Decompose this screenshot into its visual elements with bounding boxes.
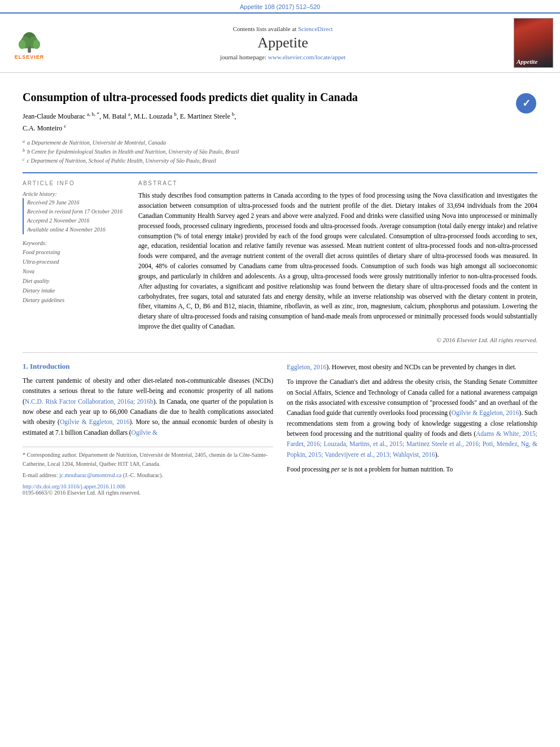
sciencedirect-line: Contents lists available at ScienceDirec… [58, 25, 508, 32]
intro-paragraph-3: To improve the Canadian's diet and addre… [287, 377, 537, 460]
ref-ogilvie-2016[interactable]: Ogilvie & Eggleton, 2016 [60, 418, 130, 425]
email-line: E-mail address: jc.moubarac@umontreal.ca… [23, 471, 273, 480]
intro-paragraph-4: Food processing per se is not a problem … [287, 464, 537, 474]
citation-text: Appetite 108 (2017) 512–520 [240, 3, 321, 10]
ref-adams[interactable]: Adams & White, 2015; Fardet, 2016; Louza… [287, 430, 537, 458]
info-abstract-section: ARTICLE INFO Article history: Received 2… [23, 180, 537, 343]
copyright-line: © 2016 Elsevier Ltd. All rights reserved… [138, 337, 537, 343]
sciencedirect-link[interactable]: ScienceDirect [298, 25, 333, 32]
elsevier-tree-icon [12, 26, 46, 54]
article-title: Consumption of ultra-processed foods pre… [23, 90, 537, 104]
ref-ogilvie-2016c[interactable]: Ogilvie & Eggleton, 2016 [452, 409, 519, 416]
crossmark-badge: ✓ [515, 92, 537, 115]
journal-cover-image: Appetite [514, 18, 553, 68]
intro-paragraph-2: Eggleton, 2016). However, most obesity a… [287, 362, 537, 372]
author-sup-b: b [174, 111, 177, 117]
crossmark-icon: ✓ [516, 93, 536, 113]
article-history: Article history: Received 29 June 2016 R… [23, 191, 127, 234]
body-left-col: 1. Introduction The current pandemic of … [23, 362, 273, 496]
body-content: 1. Introduction The current pandemic of … [23, 362, 537, 496]
citation-bar: Appetite 108 (2017) 512–520 [0, 0, 560, 12]
doi-link[interactable]: http://dx.doi.org/10.1016/j.appet.2016.1… [23, 483, 125, 490]
affiliations: a a Département de Nutrition, Université… [23, 138, 537, 165]
ref-ogilvie-2016b[interactable]: Ogilvie & [132, 429, 158, 436]
footnote-section: * Corresponding author. Département de N… [23, 447, 273, 496]
main-content: ✓ Consumption of ultra-processed foods p… [0, 73, 560, 496]
keywords-list: Food processing Ultra-processed Nova Die… [23, 247, 127, 305]
author-louzada: M.L. Louzada [134, 112, 174, 120]
abstract-panel: ABSTRACT This study describes food consu… [138, 180, 537, 343]
affiliation-c: c c Department of Nutrition, School of P… [23, 156, 537, 165]
keywords-label: Keywords: [23, 240, 127, 246]
header-divider [23, 172, 537, 173]
author-batal: M. Batal [103, 112, 128, 120]
elsevier-logo: ELSEVIER [7, 26, 52, 60]
cover-title-word: Appetite [517, 58, 537, 65]
issn-line: 0195-6663/© 2016 Elsevier Ltd. All right… [23, 490, 273, 496]
authors-line: Jean-Claude Moubarac a, b, *, M. Batal a… [23, 110, 537, 134]
author-sup-b2: b [232, 111, 235, 117]
author-sup-a: a, b, * [87, 111, 99, 117]
intro-paragraph-1: The current pandemic of obesity and othe… [23, 375, 273, 438]
body-right-col: Eggleton, 2016). However, most obesity a… [287, 362, 537, 496]
author-steele: E. Martinez Steele [180, 112, 232, 120]
cover-overlay: Appetite [514, 19, 553, 67]
svg-point-4 [19, 40, 26, 49]
ref-ncd-2016a[interactable]: N.C.D. Risk Factor Collaboration, 2016a;… [25, 398, 154, 405]
article-info-heading: ARTICLE INFO [23, 180, 127, 186]
email-link[interactable]: jc.moubarac@umontreal.ca [59, 472, 121, 478]
author-sup-c: c [64, 123, 66, 129]
article-info-panel: ARTICLE INFO Article history: Received 2… [23, 180, 127, 343]
intro-heading: 1. Introduction [23, 362, 273, 371]
svg-point-5 [33, 40, 40, 49]
homepage-line: journal homepage: www.elsevier.com/locat… [58, 54, 508, 60]
abstract-heading: ABSTRACT [138, 180, 537, 186]
history-label: Article history: [23, 191, 127, 197]
abstract-text: This study describes food consumption pa… [138, 191, 537, 331]
elsevier-brand: ELSEVIER [15, 54, 45, 60]
affiliation-b: b b Centre for Epidemiological Studies i… [23, 147, 537, 156]
journal-title: Appetite [58, 34, 508, 51]
corresponding-note: * Corresponding author. Département de N… [23, 451, 273, 469]
affiliation-a: a a Département de Nutrition, Université… [23, 138, 537, 147]
ref-eggleton-2016[interactable]: Eggleton, 2016 [287, 364, 326, 370]
author-sup-a2: a [128, 111, 130, 117]
doi-line: http://dx.doi.org/10.1016/j.appet.2016.1… [23, 483, 273, 490]
keywords-section: Keywords: Food processing Ultra-processe… [23, 240, 127, 305]
homepage-link[interactable]: www.elsevier.com/locate/appet [268, 54, 345, 60]
author-moubarac: Jean-Claude Moubarac [23, 112, 87, 120]
journal-header: ELSEVIER Contents lists available at Sci… [0, 12, 560, 73]
author-monteiro: C.A. Monteiro [23, 124, 64, 132]
journal-center-info: Contents lists available at ScienceDirec… [58, 25, 508, 60]
section-divider-2 [23, 352, 537, 353]
history-dates: Received 29 June 2016 Received in revise… [23, 198, 127, 234]
